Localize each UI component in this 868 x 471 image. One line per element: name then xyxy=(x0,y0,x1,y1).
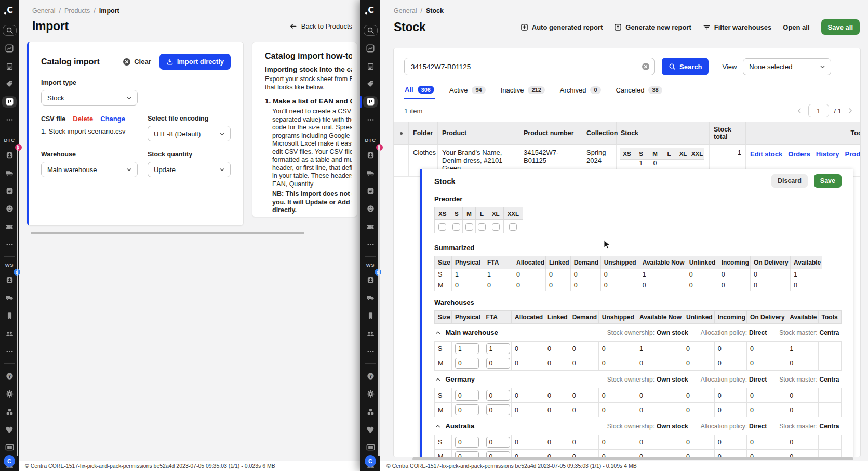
import-type-select[interactable]: Stock xyxy=(41,90,138,106)
sidebar-item-integrations[interactable] xyxy=(2,407,17,417)
chevron-left-icon[interactable] xyxy=(796,107,803,114)
preorder-input[interactable] xyxy=(478,223,486,231)
sidebar-item-settings[interactable] xyxy=(2,388,17,399)
tab-active[interactable]: Active94 xyxy=(449,83,486,99)
preorder-input[interactable] xyxy=(438,223,446,231)
preorder-input[interactable] xyxy=(492,223,500,231)
open-all-button[interactable]: Open all xyxy=(783,23,809,31)
sidebar-item-dtc-customers[interactable] xyxy=(363,203,378,214)
sidebar-more[interactable] xyxy=(2,239,17,250)
sidebar-search-button[interactable] xyxy=(364,25,378,36)
save-all-button[interactable]: Save all xyxy=(821,19,860,35)
breadcrumb-general[interactable]: General xyxy=(394,7,417,15)
sidebar-item-ws-shipments[interactable] xyxy=(363,292,378,303)
preorder-input[interactable] xyxy=(465,223,473,231)
collapse-chevron-icon[interactable] xyxy=(435,330,441,336)
sidebar-item-barcode[interactable] xyxy=(2,442,17,453)
sidebar-item-favorites[interactable] xyxy=(2,424,17,435)
preorder-input[interactable] xyxy=(452,223,460,231)
sidebar-item-barcode[interactable] xyxy=(363,442,378,453)
collapse-chevron-icon[interactable] xyxy=(435,376,441,383)
fta-stock-input[interactable] xyxy=(486,437,510,448)
sidebar-item-analytics[interactable] xyxy=(363,43,378,54)
tab-inactive[interactable]: Inactive212 xyxy=(500,83,545,99)
sidebar-item-help[interactable]: ? xyxy=(363,371,378,382)
sidebar-item-dtc-returns[interactable] xyxy=(363,186,378,197)
clear-search-icon[interactable] xyxy=(642,62,650,71)
tab-archived[interactable]: Archived0 xyxy=(559,83,602,99)
physical-stock-input[interactable] xyxy=(455,390,479,401)
sidebar-more[interactable] xyxy=(2,346,17,357)
view-select[interactable]: None selected xyxy=(743,58,831,75)
page-number-input[interactable] xyxy=(808,104,829,117)
user-avatar[interactable]: C xyxy=(4,455,15,467)
horizontal-scrollbar[interactable] xyxy=(31,232,304,234)
tool-link-orders[interactable]: Orders xyxy=(788,150,810,158)
centra-logo[interactable]: C xyxy=(364,4,377,17)
breadcrumb-products[interactable]: Products xyxy=(64,7,90,15)
auto-generated-report-button[interactable]: Auto generated report xyxy=(520,23,603,31)
sidebar-more[interactable] xyxy=(363,346,378,357)
sidebar-item-stock[interactable] xyxy=(2,96,17,107)
sidebar-item-catalog[interactable] xyxy=(363,60,378,71)
sidebar-search-button[interactable] xyxy=(3,25,17,36)
sidebar-item-integrations[interactable] xyxy=(363,407,378,417)
collapse-chevron-icon[interactable] xyxy=(435,423,441,429)
sidebar-item-help[interactable]: ? xyxy=(2,371,17,382)
stock-quantity-select[interactable]: Update xyxy=(148,162,231,177)
sidebar-more[interactable] xyxy=(363,239,378,250)
preorder-input[interactable] xyxy=(509,223,517,231)
sidebar-item-dtc-shipments[interactable] xyxy=(363,167,378,178)
sidebar-more[interactable] xyxy=(363,114,378,125)
change-link[interactable]: Change xyxy=(100,115,125,123)
sidebar-item-ws-showroom[interactable] xyxy=(363,310,378,321)
sidebar-item-ws-shipments[interactable] xyxy=(2,292,17,303)
sidebar-item-dtc-customers[interactable] xyxy=(2,203,17,214)
fta-stock-input[interactable] xyxy=(486,404,510,415)
sidebar-item-dtc-orders[interactable] xyxy=(2,150,17,161)
sidebar-item-dtc-vouchers[interactable] xyxy=(2,221,17,232)
tab-canceled[interactable]: Canceled38 xyxy=(616,83,663,99)
sidebar-item-stock[interactable] xyxy=(363,96,378,107)
clear-button[interactable]: Clear xyxy=(123,58,151,66)
sidebar-item-dtc-shipments[interactable] xyxy=(2,167,17,178)
discard-button[interactable]: Discard xyxy=(771,174,808,188)
tab-all[interactable]: All306 xyxy=(404,83,435,99)
sidebar-scrollbar[interactable] xyxy=(378,145,380,456)
sidebar-item-analytics[interactable] xyxy=(2,43,17,54)
physical-stock-input[interactable] xyxy=(455,358,479,369)
sidebar-item-catalog[interactable] xyxy=(2,60,17,71)
back-to-products-link[interactable]: Back to Products xyxy=(289,22,352,30)
sidebar-item-dtc-orders[interactable] xyxy=(363,150,378,161)
save-button[interactable]: Save xyxy=(814,174,842,188)
sidebar-item-ws-accounts[interactable] xyxy=(363,328,378,339)
warehouse-select[interactable]: Main warehouse xyxy=(41,162,138,177)
user-avatar[interactable]: C xyxy=(365,455,376,467)
sidebar-item-promotions[interactable] xyxy=(363,78,378,89)
sidebar-item-ws-accounts[interactable] xyxy=(2,328,17,339)
physical-stock-input[interactable] xyxy=(455,437,479,448)
horizontal-scrollbar[interactable] xyxy=(412,457,853,460)
tool-link-edit-stock[interactable]: Edit stock xyxy=(750,150,782,158)
generate-new-report-button[interactable]: Generate new report xyxy=(614,23,691,31)
sidebar-item-promotions[interactable] xyxy=(2,78,17,89)
chevron-right-icon[interactable] xyxy=(847,107,854,114)
delete-link[interactable]: Delete xyxy=(73,115,93,123)
search-button[interactable]: Search xyxy=(662,58,709,75)
physical-stock-input[interactable] xyxy=(455,343,479,354)
fta-stock-input[interactable] xyxy=(486,390,510,401)
sidebar-more[interactable] xyxy=(2,114,17,125)
breadcrumb-general[interactable]: General xyxy=(32,7,55,15)
search-input[interactable] xyxy=(404,58,655,75)
sidebar-scrollbar[interactable] xyxy=(17,145,18,456)
sidebar-item-ws-orders[interactable] xyxy=(2,274,17,285)
encoding-select[interactable]: UTF-8 (Default) xyxy=(148,126,231,141)
sidebar-item-settings[interactable] xyxy=(363,388,378,399)
sidebar-item-dtc-returns[interactable] xyxy=(2,186,17,197)
physical-stock-input[interactable] xyxy=(455,404,479,415)
physical-stock-input[interactable] xyxy=(455,451,479,457)
fta-stock-input[interactable] xyxy=(486,451,510,457)
centra-logo[interactable]: C xyxy=(3,4,16,17)
tool-link-product[interactable]: Product xyxy=(845,150,861,158)
tool-link-history[interactable]: History xyxy=(816,150,839,158)
